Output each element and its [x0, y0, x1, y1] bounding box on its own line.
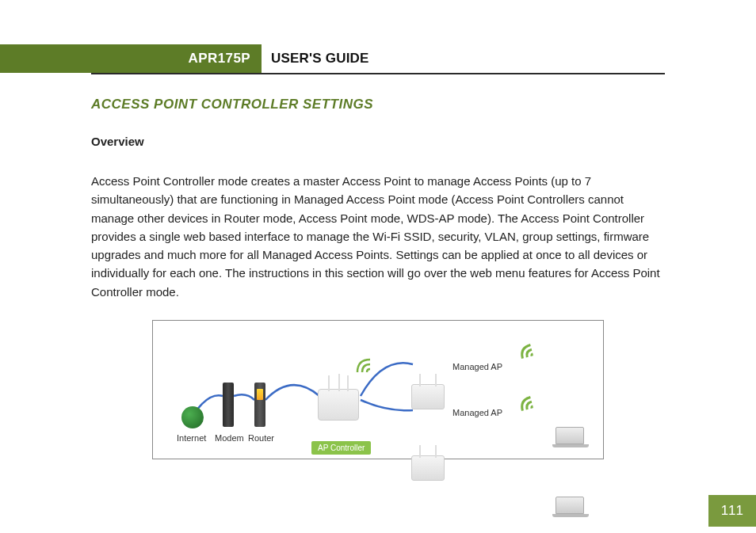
- page-number: 111: [708, 495, 756, 527]
- laptop-icon: [556, 497, 584, 514]
- diagram-label-managed-ap: Managed AP: [452, 408, 502, 417]
- internet-globe-icon: [181, 406, 204, 428]
- modem-icon: [223, 383, 234, 427]
- section-title: ACCESS POINT CONTROLLER SETTINGS: [91, 97, 665, 112]
- managed-ap-icon: [411, 455, 445, 481]
- document-header: APR175P USER'S GUIDE: [91, 44, 665, 74]
- section-subheading: Overview: [91, 135, 665, 148]
- diagram-label-router: Router: [248, 433, 274, 443]
- wifi-icon: [517, 340, 552, 371]
- guide-title: USER'S GUIDE: [262, 44, 369, 73]
- wifi-icon: [517, 392, 552, 424]
- diagram-label-ap-controller: AP Controller: [311, 441, 371, 455]
- section-body: Access Point Controller mode creates a m…: [91, 172, 665, 301]
- network-diagram: Internet Modem Router AP Controller Mana…: [152, 320, 604, 459]
- wifi-icon: [351, 348, 383, 380]
- model-badge: APR175P: [0, 44, 262, 73]
- diagram-label-managed-ap: Managed AP: [452, 362, 502, 371]
- diagram-label-internet: Internet: [177, 433, 206, 443]
- managed-ap-icon: [411, 384, 445, 409]
- laptop-icon: [556, 427, 584, 444]
- diagram-label-modem: Modem: [215, 433, 244, 443]
- ap-controller-icon: [318, 389, 359, 421]
- router-icon: [254, 383, 265, 427]
